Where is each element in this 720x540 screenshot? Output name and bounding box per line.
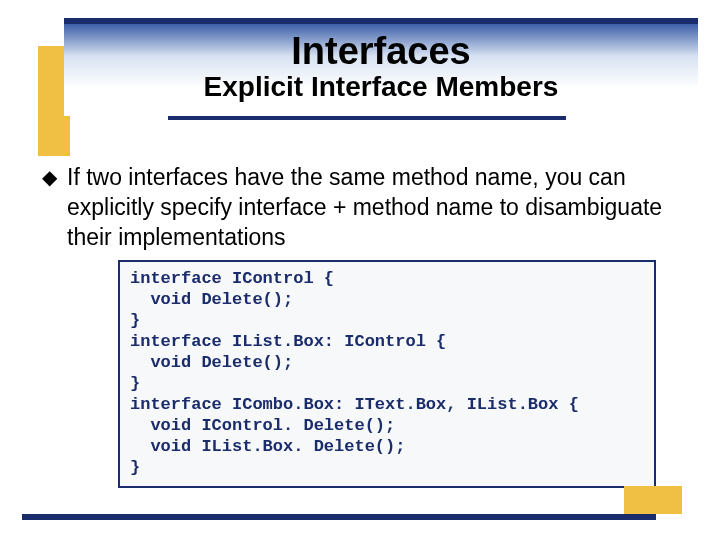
bullet-icon: ◆ [42, 162, 57, 192]
subtitle-underline [168, 116, 566, 120]
bullet-item: ◆ If two interfaces have the same method… [42, 162, 680, 252]
accent-block-right [624, 486, 682, 514]
slide-subtitle: Explicit Interface Members [204, 71, 559, 103]
bottom-divider [22, 514, 656, 520]
bullet-text: If two interfaces have the same method n… [67, 162, 680, 252]
title-band: Interfaces Explicit Interface Members [64, 24, 698, 116]
code-content: interface IControl { void Delete(); } in… [130, 268, 644, 478]
slide-title: Interfaces [291, 30, 471, 73]
code-example-box: interface IControl { void Delete(); } in… [118, 260, 656, 488]
